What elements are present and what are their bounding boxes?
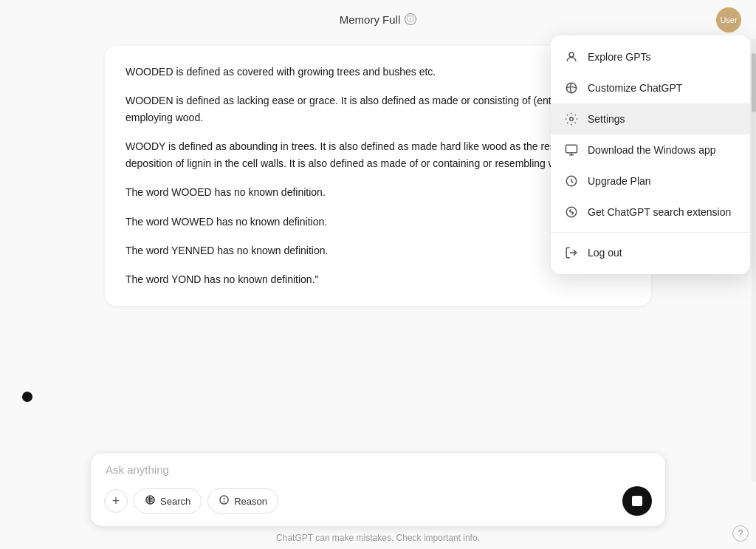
user-label: User — [720, 16, 737, 24]
menu-item-download-windows[interactable]: Download the Windows app — [551, 134, 750, 166]
logout-icon — [564, 245, 579, 260]
explore-gpts-label: Explore GPTs — [588, 51, 651, 63]
svg-point-11 — [224, 502, 224, 502]
help-icon[interactable]: ? — [732, 525, 749, 542]
menu-item-logout[interactable]: Log out — [551, 237, 750, 268]
explore-gpts-icon — [564, 50, 579, 64]
upgrade-plan-label: Upgrade Plan — [588, 175, 651, 187]
stop-button[interactable] — [622, 486, 652, 516]
scrollbar-thumb[interactable] — [752, 53, 756, 112]
dropdown-menu: Explore GPTs Customize ChatGPT Settings … — [551, 35, 750, 274]
svg-point-2 — [570, 117, 574, 121]
settings-icon — [564, 112, 579, 126]
input-area: Ask anything + Search Reason — [90, 452, 666, 527]
upgrade-plan-icon — [564, 174, 579, 188]
logout-label: Log out — [588, 247, 622, 259]
menu-item-upgrade-plan[interactable]: Upgrade Plan — [551, 166, 750, 197]
menu-divider — [551, 232, 750, 233]
reason-icon — [219, 494, 230, 508]
search-extension-icon — [564, 205, 579, 219]
svg-rect-3 — [566, 145, 577, 153]
settings-label: Settings — [588, 113, 625, 125]
info-icon[interactable]: ⓘ — [405, 13, 416, 25]
header: Memory Full ⓘ User — [0, 0, 756, 38]
menu-item-explore-gpts[interactable]: Explore GPTs — [551, 41, 750, 72]
scrollbar-track[interactable] — [752, 38, 756, 482]
svg-point-0 — [569, 52, 574, 57]
menu-item-settings[interactable]: Settings — [551, 103, 750, 134]
download-windows-icon — [564, 143, 579, 157]
plus-button[interactable]: + — [104, 489, 128, 513]
dot-indicator — [22, 392, 32, 402]
search-globe-icon — [145, 494, 156, 508]
header-title: Memory Full ⓘ — [340, 13, 417, 26]
input-placeholder[interactable]: Ask anything — [104, 463, 652, 476]
svg-point-1 — [566, 83, 577, 93]
user-avatar[interactable]: User — [716, 7, 741, 33]
reason-button[interactable]: Reason — [207, 488, 278, 514]
menu-item-customize[interactable]: Customize ChatGPT — [551, 72, 750, 103]
footer-note: ChatGPT can make mistakes. Check importa… — [276, 533, 480, 543]
search-extension-label: Get ChatGPT search extension — [588, 206, 731, 218]
input-controls: + Search Reason — [104, 486, 652, 516]
stop-icon — [632, 496, 642, 506]
menu-item-search-extension[interactable]: Get ChatGPT search extension — [551, 197, 750, 228]
search-button[interactable]: Search — [134, 488, 202, 514]
customize-label: Customize ChatGPT — [588, 82, 682, 94]
memory-full-label: Memory Full — [340, 13, 401, 26]
download-windows-label: Download the Windows app — [588, 144, 716, 156]
search-label: Search — [160, 496, 190, 507]
customize-icon — [564, 81, 579, 95]
chat-paragraph-6: The word YOND has no known definition." — [126, 271, 630, 288]
reason-label: Reason — [234, 496, 267, 507]
